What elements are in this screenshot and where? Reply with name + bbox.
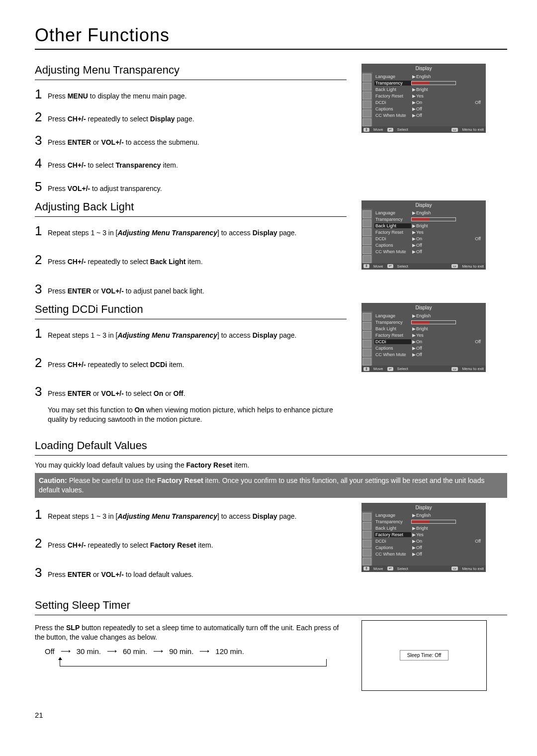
osd-icon-strip xyxy=(361,311,372,366)
osd-row: Transparency xyxy=(374,216,484,223)
dcdi-note: You may set this function to On when vie… xyxy=(35,405,347,424)
step-text: Press MENU to display the menu main page… xyxy=(48,92,347,101)
osd-category-icon xyxy=(362,92,371,99)
osd-row: Factory Reset▶Yes xyxy=(374,229,484,236)
step: 4Press CH+/- to select Transparency item… xyxy=(35,154,347,172)
osd-category-icon xyxy=(362,349,371,357)
osd-category-icon xyxy=(362,358,371,366)
step-number: 2 xyxy=(35,354,48,372)
osd-row: Captions▶Off xyxy=(374,242,484,249)
osd-category-icon xyxy=(362,100,371,108)
step: 3Press ENTER or VOL+/- to load default v… xyxy=(35,564,347,581)
osd-row: Language▶English xyxy=(374,512,484,519)
step-number: 1 xyxy=(35,85,48,103)
osd-row: Language▶English xyxy=(374,210,484,216)
sleep-timer-flow: Off⟶30 min.⟶60 min.⟶90 min.⟶120 min. xyxy=(45,647,347,656)
osd-category-icon xyxy=(362,83,371,91)
osd-label: Captions xyxy=(374,346,411,351)
osd-row: Captions▶Off xyxy=(374,545,484,551)
osd-category-icon xyxy=(362,118,371,126)
osd-label: Back Light xyxy=(374,223,411,228)
osd-category-icon xyxy=(362,340,371,348)
step-text: Repeat steps 1 ~ 3 in [Adjusting Menu Tr… xyxy=(48,228,347,238)
osd-category-icon xyxy=(362,558,371,566)
osd-category-icon xyxy=(362,237,371,245)
osd-category-icon xyxy=(362,219,371,227)
step-number: 1 xyxy=(35,222,48,240)
osd-row: Back Light▶Bright xyxy=(374,325,484,332)
step-text: Press CH+/- repeatedly to select Factory… xyxy=(48,541,347,551)
osd-category-icon xyxy=(362,549,371,557)
step: 2Press CH+/- repeatedly to select Factor… xyxy=(35,534,347,552)
osd-title: Display xyxy=(361,503,486,511)
osd-title: Display xyxy=(361,200,486,209)
osd-label: CC When Mute xyxy=(374,113,411,118)
osd-row: Transparency xyxy=(374,80,484,86)
osd-row: DCDi▶OnOff xyxy=(374,338,484,345)
step: 3Press ENTER or VOL+/- to adjust panel b… xyxy=(35,280,347,298)
step-text: Press ENTER or VOL+/- to load default va… xyxy=(48,570,347,580)
osd-row: Factory Reset▶Yes xyxy=(374,93,484,99)
osd-label: Language xyxy=(374,210,411,215)
heading-default: Loading Default Values xyxy=(35,439,507,452)
flow-arrow-icon: ⟶ xyxy=(61,647,71,655)
osd-panel-dcdi: DisplayLanguage▶EnglishTransparencyBack … xyxy=(361,303,486,372)
osd-category-icon xyxy=(362,246,371,254)
osd-category-icon xyxy=(362,513,371,521)
osd-row: Transparency xyxy=(374,519,484,525)
step: 5Press VOL+/- to adjust transparency. xyxy=(35,178,347,195)
osd-label: DCDi xyxy=(374,539,411,544)
osd-label: Transparency xyxy=(374,519,411,524)
title-rule xyxy=(35,49,507,50)
sleep-intro: Press the SLP button repeatedly to set a… xyxy=(35,623,347,642)
step-text: Press CH+/- repeatedly to select Display… xyxy=(48,114,347,124)
step-number: 2 xyxy=(35,251,48,269)
osd-row: Factory Reset▶Yes xyxy=(374,332,484,338)
manual-page: Other Functions Adjusting Menu Transpare… xyxy=(0,0,537,739)
osd-category-icon xyxy=(362,540,371,548)
step-number: 4 xyxy=(35,154,48,172)
step-number: 1 xyxy=(35,505,48,523)
osd-category-icon xyxy=(362,522,371,530)
osd-row: Back Light▶Bright xyxy=(374,223,484,229)
osd-row: CC When Mute▶Off xyxy=(374,112,484,118)
flow-value: 60 min. xyxy=(123,647,147,656)
osd-label: Transparency xyxy=(374,217,411,222)
osd-row: CC When Mute▶Off xyxy=(374,249,484,255)
flow-arrow-icon: ⟶ xyxy=(199,647,209,655)
flow-arrow-icon: ⟶ xyxy=(107,647,117,655)
osd-label: Back Light xyxy=(374,87,411,92)
step: 1Repeat steps 1 ~ 3 in [Adjusting Menu T… xyxy=(35,222,347,240)
step: 2Press CH+/- repeatedly to select DCDi i… xyxy=(35,354,347,372)
heading-sleep: Setting Sleep Timer xyxy=(35,599,507,612)
osd-category-icon xyxy=(362,331,371,339)
osd-panel-backlight: DisplayLanguage▶EnglishTransparencyBack … xyxy=(361,200,486,270)
osd-label: CC When Mute xyxy=(374,352,411,357)
osd-label: Factory Reset xyxy=(374,333,411,338)
section-rule xyxy=(35,455,507,456)
flow-value: 120 min. xyxy=(215,647,244,656)
step: 1Repeat steps 1 ~ 3 in [Adjusting Menu T… xyxy=(35,505,347,523)
osd-label: Transparency xyxy=(374,320,411,325)
step: 2Press CH+/- repeatedly to select Back L… xyxy=(35,251,347,269)
osd-label: Captions xyxy=(374,106,411,111)
osd-category-icon xyxy=(362,109,371,117)
osd-label: Factory Reset xyxy=(374,230,411,235)
step-text: Press CH+/- to select Transparency item. xyxy=(48,161,347,171)
heading-dcdi: Setting DCDi Function xyxy=(35,303,347,316)
osd-row: DCDi▶OnOff xyxy=(374,538,484,545)
step-number: 2 xyxy=(35,108,48,126)
osd-label: Back Light xyxy=(374,526,411,531)
osd-category-icon xyxy=(362,228,371,236)
osd-title: Display xyxy=(361,64,486,72)
osd-label: Factory Reset xyxy=(374,94,411,98)
step-text: Press CH+/- repeatedly to select DCDi it… xyxy=(48,360,347,370)
osd-row: Language▶English xyxy=(374,73,484,80)
osd-label: Language xyxy=(374,74,411,79)
osd-label: CC When Mute xyxy=(374,249,411,254)
step-number: 3 xyxy=(35,280,48,298)
page-title: Other Functions xyxy=(35,25,507,46)
step-text: Press CH+/- repeatedly to select Back Li… xyxy=(48,257,347,267)
step: 1Repeat steps 1 ~ 3 in [Adjusting Menu T… xyxy=(35,324,347,342)
osd-panel-transparency: DisplayLanguage▶EnglishTransparencyBack … xyxy=(361,64,486,133)
